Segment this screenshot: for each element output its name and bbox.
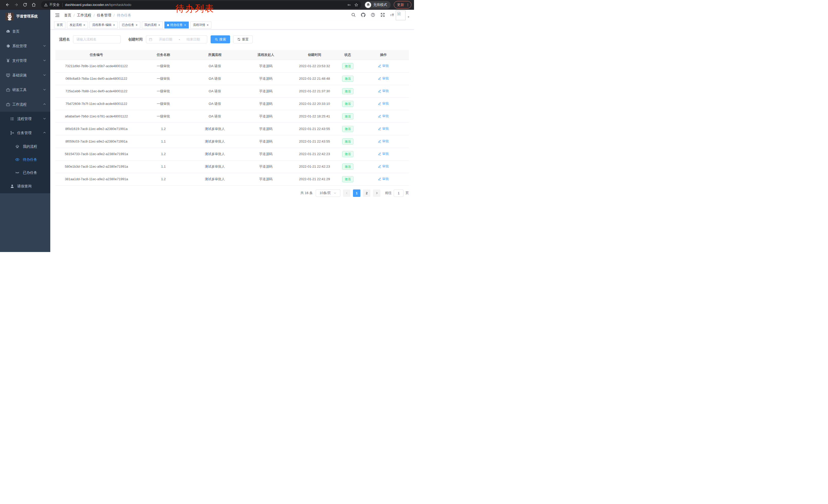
- edit-pen-icon: [378, 127, 381, 131]
- forward-icon[interactable]: [12, 1, 20, 9]
- page-button-2[interactable]: 2: [363, 189, 370, 197]
- goto-label: 前往: [385, 191, 392, 195]
- breadcrumb-item[interactable]: 工作流程: [77, 13, 91, 18]
- cell-status: 激活: [338, 97, 358, 110]
- font-size-button[interactable]: TT: [390, 12, 395, 18]
- approve-button[interactable]: 审批: [378, 63, 389, 68]
- key-icon[interactable]: [347, 3, 351, 7]
- cell-status: 激活: [338, 72, 358, 85]
- approve-button[interactable]: 审批: [378, 139, 389, 144]
- approve-button[interactable]: 审批: [378, 89, 389, 93]
- tab-close-icon[interactable]: ×: [158, 24, 160, 27]
- back-icon[interactable]: [4, 1, 11, 9]
- process-name-input[interactable]: [73, 35, 121, 43]
- approve-button[interactable]: 审批: [378, 164, 389, 169]
- sidebar-item-label: 我的流程: [23, 144, 37, 149]
- page-size-select[interactable]: 10条/页: [316, 189, 340, 197]
- approve-button[interactable]: 审批: [378, 177, 389, 181]
- approve-button[interactable]: 审批: [378, 126, 389, 131]
- table-header-cell: 任务名称: [137, 50, 190, 60]
- approve-button[interactable]: 审批: [378, 101, 389, 106]
- bookmark-star-icon[interactable]: [355, 3, 358, 7]
- page-size-value: 10条/页: [320, 191, 331, 195]
- sidebar-item-done-task[interactable]: 已办任务: [0, 166, 50, 179]
- sidebar-item-system[interactable]: 系统管理: [0, 39, 50, 53]
- cell-id: 8f0d1619-7ac8-11ec-a9e2-a2380e71991a: [55, 123, 137, 135]
- prev-page-button[interactable]: [343, 189, 350, 197]
- cell-name: 一级审批: [137, 97, 190, 110]
- approve-button[interactable]: 审批: [378, 151, 389, 156]
- cell-starter: 芋道源码: [240, 72, 292, 85]
- tab-close-icon[interactable]: ×: [206, 24, 209, 27]
- breadcrumb-item[interactable]: 任务管理: [97, 13, 111, 18]
- app-logo-row[interactable]: 芋道管理系统: [0, 10, 50, 23]
- tab-close-icon[interactable]: ×: [113, 24, 115, 27]
- reset-button[interactable]: 重置: [233, 35, 253, 43]
- sidebar-item-infra[interactable]: 基础设施: [0, 68, 50, 83]
- sidebar-item-label: 基础设施: [12, 73, 27, 78]
- reload-icon[interactable]: [21, 1, 29, 9]
- sidebar-item-devtools[interactable]: 研发工具: [0, 83, 50, 97]
- filter-form: 流程名 创建时间 开始日期 - 结束日期 搜索 重: [59, 35, 409, 43]
- table-header-cell: 流程发起人: [240, 50, 292, 60]
- tab-发起流程[interactable]: 发起流程×: [67, 21, 88, 29]
- cell-time: 2022-01-21 22:42:23: [291, 148, 337, 160]
- sidebar-item-my-process[interactable]: 我的流程: [0, 140, 50, 153]
- date-start-placeholder: 开始日期: [155, 37, 177, 42]
- approve-button[interactable]: 审批: [378, 76, 389, 81]
- sidebar-item-todo-task[interactable]: 待办任务: [0, 153, 50, 166]
- sidebar-item-payment[interactable]: 支付管理: [0, 53, 50, 68]
- update-button[interactable]: 更新: [394, 1, 411, 8]
- sidebar-collapse-icon[interactable]: [54, 12, 60, 19]
- edit-pen-icon: [378, 152, 381, 155]
- date-range-picker[interactable]: 开始日期 - 结束日期: [146, 35, 207, 43]
- browser-menu-icon[interactable]: [406, 3, 410, 7]
- table-header-cell: 任务编号: [55, 50, 137, 60]
- cell-id: 75d72608-7b7f-11ec-a3c8-acde48001122: [55, 97, 137, 110]
- sidebar-item-home[interactable]: 首页: [0, 24, 50, 39]
- sidebar-item-workflow[interactable]: 工作流程: [0, 97, 50, 112]
- edit-pen-icon: [378, 77, 381, 80]
- sidebar-item-process-mgmt[interactable]: 流程管理: [0, 112, 50, 126]
- tab-流程详情[interactable]: 流程详情×: [190, 21, 211, 29]
- tab-待办任务[interactable]: 待办任务×: [164, 21, 189, 29]
- tab-label: 待办任务: [170, 23, 182, 27]
- breadcrumb-item[interactable]: 首页: [64, 13, 71, 18]
- sidebar-item-task-mgmt[interactable]: 任务管理: [0, 126, 50, 140]
- tab-close-icon[interactable]: ×: [135, 24, 138, 27]
- search-button[interactable]: 搜索: [211, 35, 230, 43]
- sidebar-item-leave-query[interactable]: 请假查询: [0, 179, 50, 193]
- security-status[interactable]: 不安全: [44, 3, 60, 7]
- cell-time: 2022-01-22 21:48:48: [291, 72, 337, 85]
- github-button[interactable]: [361, 12, 366, 18]
- font-size-icon: TT: [390, 12, 395, 17]
- approve-label: 审批: [382, 164, 389, 169]
- home-icon[interactable]: [30, 1, 37, 9]
- help-button[interactable]: [371, 12, 375, 18]
- goto-page-input[interactable]: [394, 189, 404, 197]
- cell-process: OA 请假: [189, 60, 240, 72]
- tab-我的流程[interactable]: 我的流程×: [142, 21, 163, 29]
- tab-已办任务[interactable]: 已办任务×: [119, 21, 140, 29]
- tab-首页[interactable]: 首页: [54, 21, 66, 29]
- fullscreen-button[interactable]: [380, 12, 385, 18]
- tab-流程表单-编辑[interactable]: 流程表单-编辑×: [89, 21, 118, 29]
- avatar[interactable]: [396, 10, 406, 20]
- cell-id: 381aa1dd-7ac8-11ec-a9e2-a2380e71991a: [55, 173, 137, 185]
- cell-status: 激活: [338, 110, 358, 123]
- tab-close-icon[interactable]: ×: [83, 24, 85, 27]
- cell-id: 73211d9d-7b9b-11ec-b5b7-acde48001122: [55, 60, 137, 72]
- table-row: 8f059c03-7ac8-11ec-a9e2-a2380e71991a1.1测…: [55, 135, 409, 148]
- next-page-button[interactable]: [373, 189, 380, 197]
- search-button[interactable]: [351, 12, 356, 18]
- tab-close-icon[interactable]: ×: [184, 24, 186, 27]
- cell-time: 2022-01-21 22:43:55: [291, 123, 337, 135]
- approve-button[interactable]: 审批: [378, 114, 389, 119]
- sidebar-item-label: 待办任务: [23, 157, 37, 162]
- table-header-cell: 状态: [338, 50, 358, 60]
- caret-down-icon[interactable]: [407, 16, 410, 18]
- table-header-row: 任务编号任务名称所属流程流程发起人创建时间状态操作: [55, 50, 409, 60]
- address-bar[interactable]: 不安全 dashboard.yudao.iocoder.cn /bpm/task…: [41, 1, 361, 8]
- list-icon: [10, 117, 14, 121]
- page-button-1[interactable]: 1: [353, 189, 360, 197]
